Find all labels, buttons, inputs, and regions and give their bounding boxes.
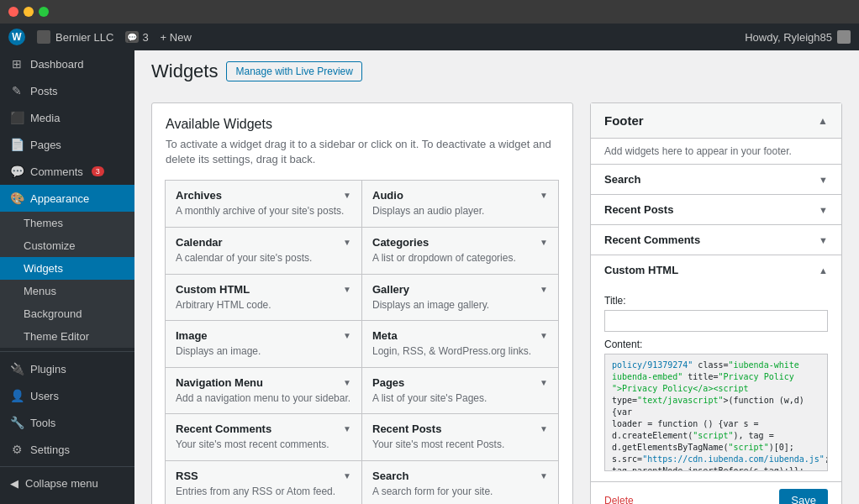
- code-content-area[interactable]: policy/91379274" class="iubenda-white iu…: [604, 354, 828, 471]
- sidebar-item-comments[interactable]: 💬 Comments 3: [0, 158, 134, 185]
- sidebar-item-widgets[interactable]: Widgets: [0, 257, 134, 280]
- widget-dropdown-icon[interactable]: ▼: [540, 378, 548, 387]
- widget-item-archives[interactable]: Archives ▼ A monthly archive of your sit…: [165, 180, 362, 228]
- delete-link[interactable]: Delete: [604, 495, 634, 505]
- sidebar-item-appearance[interactable]: 🎨 Appearance: [0, 185, 134, 212]
- sidebar-item-background[interactable]: Background: [0, 302, 134, 325]
- widget-slot-header-custom-html[interactable]: Custom HTML ▲: [591, 255, 841, 285]
- widget-dropdown-icon[interactable]: ▼: [540, 331, 548, 340]
- custom-html-title-input[interactable]: [604, 310, 828, 332]
- sidebar-item-settings[interactable]: ⚙ Settings: [0, 436, 134, 463]
- widget-title: Archives: [176, 189, 222, 202]
- close-button[interactable]: [8, 7, 18, 17]
- recent-comments-slot-chevron-icon[interactable]: ▼: [819, 235, 828, 245]
- footer-title: Footer: [604, 113, 644, 128]
- save-button[interactable]: Save: [779, 489, 828, 504]
- available-widgets-description: To activate a widget drag it to a sideba…: [166, 137, 559, 167]
- widget-item-navigation-menu[interactable]: Navigation Menu ▼ Add a navigation menu …: [165, 367, 362, 415]
- manage-live-preview-button[interactable]: Manage with Live Preview: [226, 61, 361, 81]
- widget-dropdown-icon[interactable]: ▼: [540, 191, 548, 200]
- widget-item-header: Archives ▼: [176, 189, 351, 202]
- widget-item-categories[interactable]: Categories ▼ A list or dropdown of categ…: [361, 227, 559, 275]
- widget-slot-header-recent-comments[interactable]: Recent Comments ▼: [591, 225, 841, 255]
- sidebar-item-customize[interactable]: Customize: [0, 234, 134, 257]
- widget-dropdown-icon[interactable]: ▼: [343, 285, 351, 294]
- plugins-icon: 🔌: [10, 362, 24, 375]
- sidebar-item-users[interactable]: 👤 Users: [0, 382, 134, 409]
- sidebar-item-media[interactable]: ⬛ Media: [0, 104, 134, 131]
- sidebar-item-label: Plugins: [30, 363, 66, 375]
- custom-html-slot-chevron-icon[interactable]: ▲: [819, 265, 828, 276]
- sidebar-item-label: Appearance: [30, 192, 89, 205]
- widget-dropdown-icon[interactable]: ▼: [540, 238, 548, 247]
- widget-item-custom-html[interactable]: Custom HTML ▼ Arbitrary HTML code.: [165, 274, 362, 322]
- sidebar-menu: ⊞ Dashboard ✎ Posts ⬛ Media 📄 Pages 💬 Co…: [0, 50, 134, 496]
- widget-item-header: Navigation Menu ▼: [176, 376, 351, 389]
- widget-item-meta[interactable]: Meta ▼ Login, RSS, & WordPress.org links…: [361, 320, 559, 368]
- widget-slot-title-recent-comments: Recent Comments: [604, 234, 700, 246]
- appearance-icon: 🎨: [10, 192, 24, 205]
- site-name-link[interactable]: Bernier LLC: [37, 30, 113, 44]
- widget-dropdown-icon[interactable]: ▼: [540, 285, 548, 294]
- widget-item-gallery[interactable]: Gallery ▼ Displays an image gallery.: [361, 274, 559, 322]
- content-label: Content:: [604, 339, 828, 350]
- page-header: Widgets Manage with Live Preview: [134, 50, 859, 89]
- widget-slot-recent-posts: Recent Posts ▼: [591, 195, 841, 225]
- minimize-button[interactable]: [24, 7, 34, 17]
- recent-posts-slot-chevron-icon[interactable]: ▼: [819, 205, 828, 215]
- custom-html-expanded: Title: Content: policy/91379274" class="…: [591, 285, 841, 482]
- collapse-label: Collapse menu: [25, 477, 98, 490]
- widget-item-calendar[interactable]: Calendar ▼ A calendar of your site's pos…: [165, 227, 362, 275]
- widget-slot-header-search[interactable]: Search ▼: [591, 165, 841, 194]
- sidebar-item-plugins[interactable]: 🔌 Plugins: [0, 355, 134, 382]
- widget-item-header: Gallery ▼: [372, 283, 548, 296]
- widget-dropdown-icon[interactable]: ▼: [343, 238, 351, 247]
- comments-icon: 💬: [10, 165, 24, 178]
- wordpress-logo[interactable]: W: [8, 29, 25, 45]
- widget-item-search[interactable]: Search ▼ A search form for your site.: [361, 460, 559, 504]
- admin-avatar[interactable]: [837, 30, 851, 44]
- search-slot-chevron-icon[interactable]: ▼: [819, 175, 828, 185]
- new-post-link[interactable]: + New: [161, 31, 192, 44]
- footer-chevron-icon[interactable]: ▲: [818, 115, 828, 127]
- widget-dropdown-icon[interactable]: ▼: [343, 424, 351, 433]
- widget-slot-title-search: Search: [604, 173, 640, 186]
- sidebar-item-posts[interactable]: ✎ Posts: [0, 77, 134, 104]
- widget-dropdown-icon[interactable]: ▼: [540, 424, 548, 433]
- collapse-menu-item[interactable]: ◀ Collapse menu: [0, 470, 134, 496]
- sidebar-divider: [0, 351, 134, 352]
- widget-title: Navigation Menu: [176, 376, 263, 389]
- widget-dropdown-icon[interactable]: ▼: [343, 191, 351, 200]
- sidebar-item-menus[interactable]: Menus: [0, 280, 134, 302]
- widget-item-recent-posts[interactable]: Recent Posts ▼ Your site's most recent P…: [361, 413, 559, 461]
- sidebar-item-tools[interactable]: 🔧 Tools: [0, 409, 134, 436]
- widget-item-recent-comments[interactable]: Recent Comments ▼ Your site's most recen…: [165, 413, 362, 461]
- widget-item-rss[interactable]: RSS ▼ Entries from any RSS or Atom feed.: [165, 460, 362, 504]
- widget-grid: Archives ▼ A monthly archive of your sit…: [166, 181, 559, 504]
- comments-link[interactable]: 💬 3: [125, 31, 148, 44]
- widget-dropdown-icon[interactable]: ▼: [343, 471, 351, 480]
- widget-slot-title-recent-posts: Recent Posts: [604, 203, 673, 216]
- admin-bar-left: W Bernier LLC 💬 3 + New: [8, 29, 735, 45]
- widget-slot-recent-comments: Recent Comments ▼: [591, 225, 841, 255]
- widget-desc: Entries from any RSS or Atom feed.: [176, 486, 351, 499]
- widget-item-header: Recent Comments ▼: [176, 423, 351, 435]
- title-label: Title:: [604, 295, 828, 307]
- widget-dropdown-icon[interactable]: ▼: [343, 331, 351, 340]
- sidebar-item-themes[interactable]: Themes: [0, 212, 134, 234]
- widget-dropdown-icon[interactable]: ▼: [343, 378, 351, 387]
- sidebar-item-dashboard[interactable]: ⊞ Dashboard: [0, 50, 134, 77]
- available-widgets-title: Available Widgets: [166, 117, 559, 132]
- comments-count: 3: [142, 31, 148, 44]
- sidebar-item-theme-editor[interactable]: Theme Editor: [0, 325, 134, 348]
- widget-slot-search: Search ▼: [591, 165, 841, 195]
- widget-item-header: Custom HTML ▼: [176, 283, 351, 296]
- widget-item-image[interactable]: Image ▼ Displays an image.: [165, 320, 362, 368]
- widget-dropdown-icon[interactable]: ▼: [540, 471, 548, 480]
- widget-slot-header-recent-posts[interactable]: Recent Posts ▼: [591, 195, 841, 224]
- sidebar-item-pages[interactable]: 📄 Pages: [0, 131, 134, 158]
- widget-item-audio[interactable]: Audio ▼ Displays an audio player.: [361, 180, 559, 228]
- widget-item-pages[interactable]: Pages ▼ A list of your site's Pages.: [361, 367, 559, 415]
- maximize-button[interactable]: [39, 7, 49, 17]
- page-title: Widgets: [151, 60, 218, 82]
